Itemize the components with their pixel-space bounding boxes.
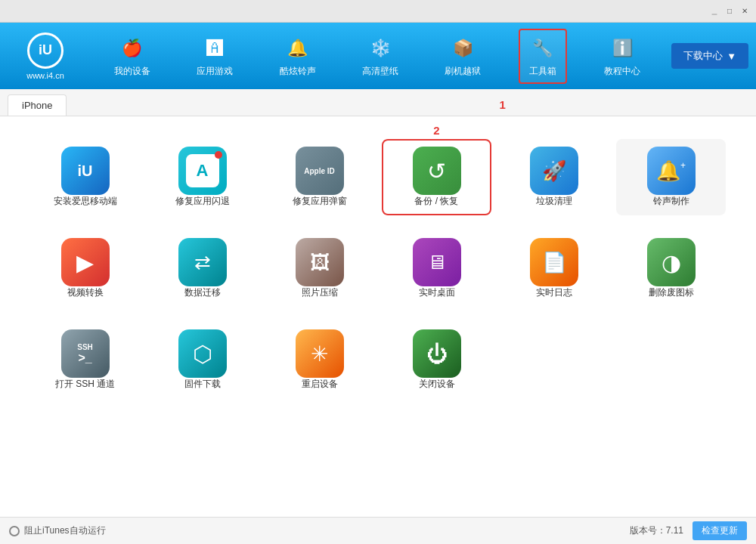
realtime-log-label: 实时日志 <box>536 286 572 299</box>
realtime-desktop-label: 实时桌面 <box>419 286 455 299</box>
version-label: 版本号：7.11 <box>630 524 683 537</box>
tool-item-photo-compress[interactable]: 🖼 照片压缩 <box>265 230 374 307</box>
jailbreak-icon: 📦 <box>449 35 476 62</box>
realtime-log-icon: 📄 <box>530 238 578 286</box>
tools-grid: iU 安装爱思移动端 A 修复应用闪退 Apple ID 修复应用弹窗 2 ↺ … <box>30 131 726 406</box>
shutdown-device-label: 关闭设备 <box>419 378 455 391</box>
tutorial-icon: ℹ️ <box>609 35 636 62</box>
app-games-label: 应用游戏 <box>197 65 233 78</box>
tutorial-label: 教程中心 <box>604 65 640 78</box>
close-btn[interactable]: ✕ <box>739 6 750 17</box>
maximize-btn[interactable]: □ <box>724 6 735 17</box>
nav-items: 🍎 我的设备 🅰 应用游戏 🔔 酷炫铃声 ❄️ 高清壁纸 📦 刷机越狱 🔧 工具… <box>91 29 664 84</box>
tool-item-firmware-dl[interactable]: ⬡ 固件下载 <box>147 322 257 398</box>
ringtone-make-icon: 🔔+ <box>647 147 696 195</box>
tool-item-fix-popup[interactable]: Apple ID 修复应用弹窗 <box>265 139 374 215</box>
backup-restore-icon: ↺ <box>413 147 461 195</box>
nav-item-toolbox[interactable]: 🔧 工具箱 <box>519 29 567 84</box>
ssh-tunnel-icon: SSH>_ <box>61 329 110 378</box>
tool-item-shutdown-device[interactable]: ⏻ 关闭设备 <box>382 322 491 398</box>
tool-item-fix-crash[interactable]: A 修复应用闪退 <box>147 139 257 215</box>
ssh-tunnel-label: 打开 SSH 通道 <box>55 378 115 391</box>
status-right: 版本号：7.11 检查更新 <box>630 521 747 540</box>
nav-item-wallpapers[interactable]: ❄️ 高清壁纸 <box>353 30 407 82</box>
tool-item-ringtone-make[interactable]: 🔔+ 铃声制作 <box>616 139 726 215</box>
my-device-icon: 🍎 <box>119 35 146 62</box>
delete-icons-label: 删除废图标 <box>649 286 694 299</box>
wallpapers-label: 高清壁纸 <box>362 65 398 78</box>
logo-url: www.i4.cn <box>26 71 64 80</box>
ringtones-label: 酷炫铃声 <box>280 65 316 78</box>
app-games-icon: 🅰 <box>201 35 228 62</box>
download-icon: ▼ <box>727 51 736 62</box>
tool-item-video-convert[interactable]: ▶ 视频转换 <box>30 230 140 307</box>
header: iU www.i4.cn 🍎 我的设备 🅰 应用游戏 🔔 酷炫铃声 ❄️ 高清壁… <box>0 23 756 89</box>
toolbox-icon: 🔧 <box>529 35 556 62</box>
ringtones-icon: 🔔 <box>284 35 311 62</box>
backup-restore-label: 备份 / 恢复 <box>414 195 458 208</box>
firmware-dl-label: 固件下载 <box>184 378 221 391</box>
tool-item-realtime-log[interactable]: 📄 实时日志 <box>499 230 609 307</box>
install-i4-label: 安装爱思移动端 <box>54 195 117 208</box>
nav-item-ringtones[interactable]: 🔔 酷炫铃声 <box>271 30 325 82</box>
itunes-status-icon <box>9 526 20 536</box>
logo-area[interactable]: iU www.i4.cn <box>8 32 83 80</box>
status-left: 阻止iTunes自动运行 <box>9 524 106 537</box>
data-migrate-label: 数据迁移 <box>184 286 221 299</box>
junk-clean-icon: 🚀 <box>530 147 578 195</box>
logo-icon: iU <box>27 32 64 69</box>
download-center-label: 下载中心 <box>683 49 723 63</box>
my-device-label: 我的设备 <box>114 65 150 78</box>
tool-item-ssh-tunnel[interactable]: SSH>_ 打开 SSH 通道 <box>30 322 140 398</box>
video-convert-icon: ▶ <box>61 238 110 286</box>
toolbox-label: 工具箱 <box>529 65 556 78</box>
nav-item-my-device[interactable]: 🍎 我的设备 <box>105 30 160 82</box>
annotation-2: 2 <box>433 124 439 137</box>
shutdown-device-icon: ⏻ <box>413 329 461 378</box>
tool-item-backup-restore[interactable]: 2 ↺ 备份 / 恢复 <box>382 139 491 215</box>
fix-popup-icon: Apple ID <box>296 147 344 195</box>
nav-item-jailbreak[interactable]: 📦 刷机越狱 <box>435 30 490 82</box>
video-convert-label: 视频转换 <box>67 286 104 299</box>
title-bar: ＿ □ ✕ <box>0 0 756 23</box>
tool-item-realtime-desktop[interactable]: 🖥 实时桌面 <box>382 230 491 307</box>
photo-compress-label: 照片压缩 <box>302 286 338 299</box>
nav-item-app-games[interactable]: 🅰 应用游戏 <box>187 30 242 82</box>
tool-item-reset-device[interactable]: ✳ 重启设备 <box>265 322 374 398</box>
junk-clean-label: 垃圾清理 <box>536 195 572 208</box>
check-update-button[interactable]: 检查更新 <box>692 521 747 540</box>
photo-compress-icon: 🖼 <box>296 238 344 286</box>
annotation-1: 1 <box>491 94 513 116</box>
reset-device-label: 重启设备 <box>302 378 338 391</box>
fix-crash-label: 修复应用闪退 <box>175 195 230 208</box>
install-i4-icon: iU <box>61 147 110 195</box>
tool-item-delete-icons[interactable]: ◑ 删除废图标 <box>616 230 726 307</box>
wallpapers-icon: ❄️ <box>367 35 394 62</box>
tool-item-install-i4[interactable]: iU 安装爱思移动端 <box>30 139 140 215</box>
tool-item-data-migrate[interactable]: ⇄ 数据迁移 <box>147 230 257 307</box>
data-migrate-icon: ⇄ <box>178 238 227 286</box>
itunes-status-text: 阻止iTunes自动运行 <box>24 524 106 537</box>
main-content: iU 安装爱思移动端 A 修复应用闪退 Apple ID 修复应用弹窗 2 ↺ … <box>0 116 756 517</box>
reset-device-icon: ✳ <box>296 329 344 378</box>
status-bar: 阻止iTunes自动运行 版本号：7.11 检查更新 <box>0 517 756 544</box>
ringtone-make-label: 铃声制作 <box>653 195 689 208</box>
tab-bar: iPhone 1 <box>0 89 756 116</box>
fix-crash-icon: A <box>178 147 227 195</box>
jailbreak-label: 刷机越狱 <box>445 65 481 78</box>
delete-icons-icon: ◑ <box>647 238 696 286</box>
iphone-tab[interactable]: iPhone <box>8 94 67 116</box>
minimize-btn[interactable]: ＿ <box>709 6 720 17</box>
nav-item-tutorial[interactable]: ℹ️ 教程中心 <box>595 30 649 82</box>
download-center-button[interactable]: 下载中心 ▼ <box>671 43 748 69</box>
firmware-dl-icon: ⬡ <box>178 329 227 378</box>
tool-item-junk-clean[interactable]: 🚀 垃圾清理 <box>499 139 609 215</box>
realtime-desktop-icon: 🖥 <box>413 238 461 286</box>
fix-popup-label: 修复应用弹窗 <box>293 195 347 208</box>
